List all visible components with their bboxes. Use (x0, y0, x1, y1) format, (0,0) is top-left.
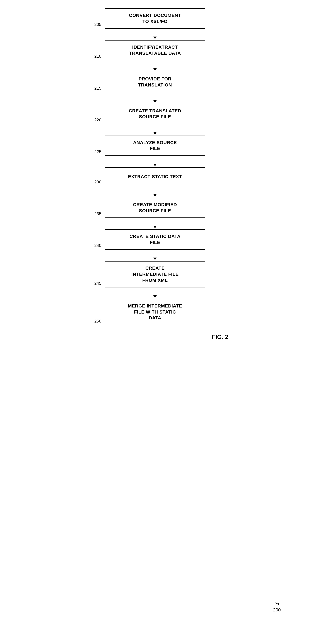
step-wrapper-220: CREATE TRANSLATED SOURCE FILE220 (82, 104, 228, 136)
step-wrapper-225: ANALYZE SOURCE FILE225 (82, 136, 228, 167)
step-box-210: IDENTIFY/EXTRACT TRANSLATABLE DATA (105, 40, 205, 60)
step-label-215: 215 (94, 86, 101, 91)
step-row-235: CREATE MODIFIED SOURCE FILE235 (82, 198, 228, 218)
step-wrapper-230: EXTRACT STATIC TEXT230 (82, 167, 228, 198)
step-label-230: 230 (94, 180, 101, 184)
step-box-205: CONVERT DOCUMENT TO XSL/FO (105, 8, 205, 28)
step-row-210: IDENTIFY/EXTRACT TRANSLATABLE DATA210 (82, 40, 228, 60)
step-label-245: 245 (94, 281, 101, 286)
step-wrapper-245: CREATE INTERMEDIATE FILE FROM XML245 (82, 261, 228, 299)
step-row-215: PROVIDE FOR TRANSLATION215 (82, 72, 228, 92)
step-box-245: CREATE INTERMEDIATE FILE FROM XML (105, 261, 205, 288)
step-wrapper-210: IDENTIFY/EXTRACT TRANSLATABLE DATA210 (82, 40, 228, 72)
step-box-240: CREATE STATIC DATA FILE (105, 229, 205, 250)
step-wrapper-215: PROVIDE FOR TRANSLATION215 (82, 72, 228, 104)
step-label-210: 210 (94, 54, 101, 59)
step-label-220: 220 (94, 118, 101, 122)
step-row-205: CONVERT DOCUMENT TO XSL/FO205 (82, 8, 228, 28)
step-row-250: MERGE INTERMEDIATE FILE WITH STATIC DATA… (82, 299, 228, 325)
step-row-240: CREATE STATIC DATA FILE240 (82, 229, 228, 250)
diagram-label-200: ↙200 (273, 600, 281, 613)
step-wrapper-205: CONVERT DOCUMENT TO XSL/FO205 (82, 8, 228, 40)
step-row-230: EXTRACT STATIC TEXT230 (82, 167, 228, 186)
step-box-230: EXTRACT STATIC TEXT (105, 167, 205, 186)
step-row-220: CREATE TRANSLATED SOURCE FILE220 (82, 104, 228, 124)
step-label-205: 205 (94, 22, 101, 27)
step-row-225: ANALYZE SOURCE FILE225 (82, 136, 228, 156)
step-wrapper-240: CREATE STATIC DATA FILE240 (82, 229, 228, 261)
step-wrapper-235: CREATE MODIFIED SOURCE FILE235 (82, 198, 228, 229)
diagram-number-200: 200 (273, 607, 281, 613)
step-row-245: CREATE INTERMEDIATE FILE FROM XML245 (82, 261, 228, 288)
curved-arrow-icon: ↙ (273, 599, 281, 608)
step-box-220: CREATE TRANSLATED SOURCE FILE (105, 104, 205, 124)
step-box-225: ANALYZE SOURCE FILE (105, 136, 205, 156)
step-box-250: MERGE INTERMEDIATE FILE WITH STATIC DATA (105, 299, 205, 325)
step-box-235: CREATE MODIFIED SOURCE FILE (105, 198, 205, 218)
diagram-container: CONVERT DOCUMENT TO XSL/FO205IDENTIFY/EX… (82, 0, 228, 644)
step-label-225: 225 (94, 149, 101, 154)
figure-label: FIG. 2 (212, 334, 228, 340)
step-label-240: 240 (94, 243, 101, 248)
step-label-250: 250 (94, 319, 101, 324)
step-wrapper-250: MERGE INTERMEDIATE FILE WITH STATIC DATA… (82, 299, 228, 325)
step-box-215: PROVIDE FOR TRANSLATION (105, 72, 205, 92)
step-label-235: 235 (94, 212, 101, 216)
